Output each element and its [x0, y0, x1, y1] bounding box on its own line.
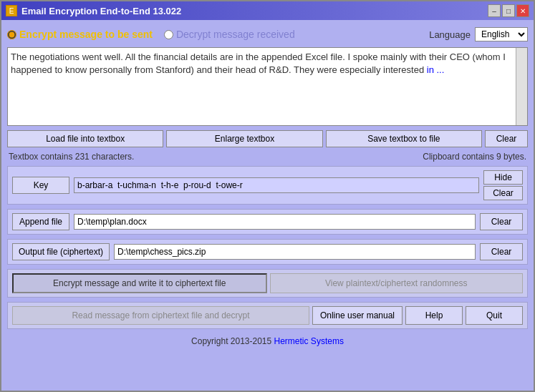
- enlarge-textbox-button[interactable]: Enlarge textbox: [166, 130, 322, 147]
- close-button[interactable]: ✕: [516, 4, 529, 17]
- decrypt-radio-label[interactable]: Decrypt message received: [164, 29, 295, 40]
- language-label: Language: [429, 29, 471, 40]
- encrypt-label: Encrypt message to be sent: [19, 29, 153, 40]
- save-file-button[interactable]: Save textbox to file: [326, 130, 482, 147]
- decrypt-label: Decrypt message received: [176, 29, 295, 40]
- maximize-button[interactable]: □: [502, 4, 515, 17]
- online-manual-button[interactable]: Online user manual: [312, 306, 403, 325]
- view-randomness-button: View plaintext/ciphertext randomness: [270, 273, 524, 293]
- help-button[interactable]: Help: [405, 306, 463, 325]
- top-bar: Encrypt message to be sent Decrypt messa…: [7, 26, 528, 43]
- minimize-button[interactable]: –: [488, 4, 501, 17]
- quit-button[interactable]: Quit: [466, 306, 523, 325]
- app-icon: E: [6, 5, 17, 16]
- blue-text: in ...: [427, 64, 445, 75]
- hide-key-button[interactable]: Hide: [483, 170, 523, 185]
- output-file-row: Output file (ciphertext) Clear: [7, 239, 528, 265]
- clear-output-file-button[interactable]: Clear: [480, 243, 523, 260]
- textbox-char-count: Textbox contains 231 characters.: [9, 152, 134, 162]
- window-controls: – □ ✕: [488, 4, 529, 17]
- copyright-text: Copyright 2013-2015: [191, 336, 274, 346]
- append-file-input[interactable]: [74, 214, 476, 230]
- clear-append-file-button[interactable]: Clear: [480, 213, 523, 230]
- clipboard-byte-count: Clipboard contains 9 bytes.: [423, 152, 526, 162]
- key-input[interactable]: [74, 177, 479, 193]
- main-window: E Email Encryption End-to-End 13.022 – □…: [0, 0, 535, 392]
- main-content: Encrypt message to be sent Decrypt messa…: [1, 20, 534, 391]
- textbox-content: The negotiations went well. All the fina…: [11, 52, 506, 75]
- read-decrypt-button: Read message from ciphertext file and de…: [12, 306, 309, 325]
- footer: Copyright 2013-2015 Hermetic Systems: [7, 333, 528, 348]
- status-row: Textbox contains 231 characters. Clipboa…: [7, 152, 528, 162]
- append-file-label-button[interactable]: Append file: [12, 213, 69, 230]
- encrypt-radio-label[interactable]: Encrypt message to be sent: [7, 29, 153, 40]
- action-row-2: Read message from ciphertext file and de…: [7, 302, 528, 329]
- clear-textbox-button[interactable]: Clear: [485, 130, 528, 147]
- language-group: Language English French German Spanish: [429, 27, 528, 41]
- clear-key-button[interactable]: Clear: [483, 186, 523, 200]
- key-side-buttons: Hide Clear: [483, 170, 523, 200]
- output-file-input[interactable]: [114, 244, 476, 260]
- output-file-label-button[interactable]: Output file (ciphertext): [12, 243, 110, 260]
- key-field-row: Key Hide Clear: [7, 166, 528, 205]
- language-select[interactable]: English French German Spanish: [475, 27, 528, 41]
- window-title: Email Encryption End-to-End 13.022: [21, 6, 181, 16]
- append-file-row: Append file Clear: [7, 209, 528, 235]
- decrypt-radio[interactable]: [164, 30, 173, 39]
- load-file-button[interactable]: Load file into textbox: [7, 130, 163, 147]
- textbox-scrollbar[interactable]: [516, 48, 527, 125]
- encrypt-radio[interactable]: [7, 30, 16, 39]
- toolbar-row: Load file into textbox Enlarge textbox S…: [7, 130, 528, 147]
- mode-radio-group: Encrypt message to be sent Decrypt messa…: [7, 29, 295, 40]
- app-icon-text: E: [9, 7, 14, 15]
- message-textbox[interactable]: The negotiations went well. All the fina…: [7, 47, 528, 126]
- hermetic-systems-link[interactable]: Hermetic Systems: [274, 336, 344, 346]
- title-bar-left: E Email Encryption End-to-End 13.022: [6, 5, 181, 16]
- key-label-button[interactable]: Key: [12, 177, 69, 194]
- title-bar: E Email Encryption End-to-End 13.022 – □…: [1, 1, 534, 20]
- encrypt-write-button[interactable]: Encrypt message and write it to cipherte…: [12, 273, 267, 293]
- action-row-1: Encrypt message and write it to cipherte…: [7, 269, 528, 298]
